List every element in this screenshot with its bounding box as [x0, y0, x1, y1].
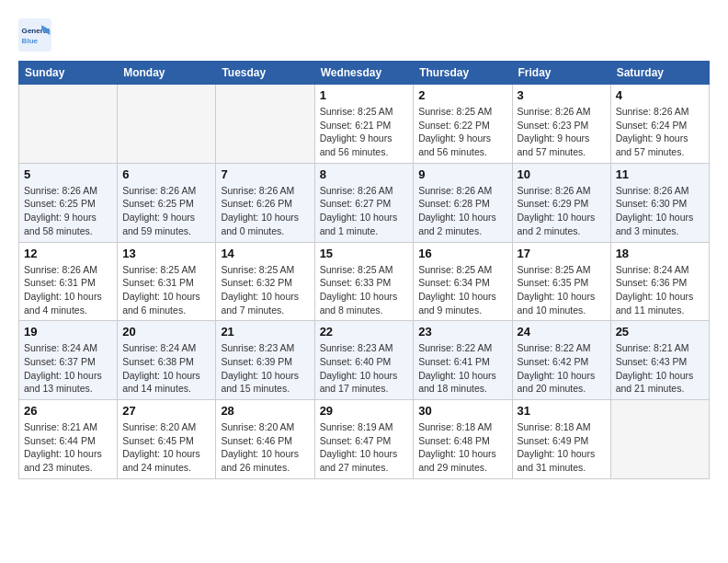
calendar-day-cell: 24Sunrise: 8:22 AM Sunset: 6:42 PM Dayli…: [512, 321, 610, 400]
calendar-day-cell: 14Sunrise: 8:25 AM Sunset: 6:32 PM Dayli…: [216, 242, 314, 321]
day-info: Sunrise: 8:26 AM Sunset: 6:25 PM Dayligh…: [122, 184, 210, 238]
day-info: Sunrise: 8:24 AM Sunset: 6:36 PM Dayligh…: [616, 263, 704, 317]
day-number: 4: [616, 88, 704, 102]
calendar-week-row: 5Sunrise: 8:26 AM Sunset: 6:25 PM Daylig…: [19, 163, 710, 242]
day-number: 12: [24, 247, 112, 260]
day-info: Sunrise: 8:26 AM Sunset: 6:29 PM Dayligh…: [518, 184, 606, 238]
day-number: 21: [221, 325, 309, 339]
calendar-day-cell: [216, 85, 314, 164]
calendar-week-row: 26Sunrise: 8:21 AM Sunset: 6:44 PM Dayli…: [19, 400, 710, 479]
day-info: Sunrise: 8:21 AM Sunset: 6:43 PM Dayligh…: [616, 341, 704, 396]
calendar-day-cell: 22Sunrise: 8:23 AM Sunset: 6:40 PM Dayli…: [314, 321, 414, 400]
calendar-day-cell: 30Sunrise: 8:18 AM Sunset: 6:48 PM Dayli…: [414, 400, 512, 479]
day-info: Sunrise: 8:25 AM Sunset: 6:33 PM Dayligh…: [320, 263, 409, 317]
day-info: Sunrise: 8:20 AM Sunset: 6:45 PM Dayligh…: [122, 420, 210, 475]
day-number: 23: [418, 325, 506, 339]
day-info: Sunrise: 8:21 AM Sunset: 6:44 PM Dayligh…: [24, 420, 112, 475]
day-info: Sunrise: 8:24 AM Sunset: 6:38 PM Dayligh…: [122, 341, 210, 396]
calendar-day-cell: 26Sunrise: 8:21 AM Sunset: 6:44 PM Dayli…: [19, 400, 118, 479]
calendar-day-cell: 3Sunrise: 8:26 AM Sunset: 6:23 PM Daylig…: [512, 85, 610, 164]
day-number: 22: [320, 325, 409, 339]
weekday-header: Friday: [512, 62, 610, 85]
day-number: 16: [418, 247, 506, 260]
calendar-day-cell: 25Sunrise: 8:21 AM Sunset: 6:43 PM Dayli…: [610, 321, 709, 400]
day-info: Sunrise: 8:23 AM Sunset: 6:39 PM Dayligh…: [221, 341, 309, 396]
calendar-day-cell: 28Sunrise: 8:20 AM Sunset: 6:46 PM Dayli…: [216, 400, 314, 479]
calendar-day-cell: [118, 85, 216, 164]
calendar-day-cell: 5Sunrise: 8:26 AM Sunset: 6:25 PM Daylig…: [19, 163, 118, 242]
calendar-day-cell: 1Sunrise: 8:25 AM Sunset: 6:21 PM Daylig…: [314, 85, 414, 164]
svg-text:Blue: Blue: [22, 37, 39, 45]
weekday-header: Thursday: [414, 62, 512, 85]
day-info: Sunrise: 8:18 AM Sunset: 6:48 PM Dayligh…: [418, 420, 506, 475]
weekday-header: Tuesday: [216, 62, 314, 85]
day-info: Sunrise: 8:26 AM Sunset: 6:23 PM Dayligh…: [518, 105, 606, 159]
day-number: 6: [122, 167, 210, 181]
calendar-day-cell: [610, 400, 709, 479]
calendar-day-cell: 20Sunrise: 8:24 AM Sunset: 6:38 PM Dayli…: [118, 321, 216, 400]
day-info: Sunrise: 8:22 AM Sunset: 6:42 PM Dayligh…: [518, 341, 606, 396]
day-info: Sunrise: 8:26 AM Sunset: 6:30 PM Dayligh…: [616, 184, 704, 238]
calendar-day-cell: 13Sunrise: 8:25 AM Sunset: 6:31 PM Dayli…: [118, 242, 216, 321]
day-number: 10: [518, 167, 606, 181]
calendar-day-cell: 2Sunrise: 8:25 AM Sunset: 6:22 PM Daylig…: [414, 85, 512, 164]
calendar-day-cell: 10Sunrise: 8:26 AM Sunset: 6:29 PM Dayli…: [512, 163, 610, 242]
page-header: General Blue: [18, 18, 710, 52]
calendar-day-cell: [19, 85, 118, 164]
day-info: Sunrise: 8:22 AM Sunset: 6:41 PM Dayligh…: [418, 341, 506, 396]
calendar-day-cell: 9Sunrise: 8:26 AM Sunset: 6:28 PM Daylig…: [414, 163, 512, 242]
day-number: 2: [418, 88, 506, 102]
day-number: 18: [616, 247, 704, 260]
day-info: Sunrise: 8:23 AM Sunset: 6:40 PM Dayligh…: [320, 341, 409, 396]
day-info: Sunrise: 8:26 AM Sunset: 6:31 PM Dayligh…: [24, 263, 112, 317]
day-number: 25: [616, 325, 704, 339]
day-number: 9: [418, 167, 506, 181]
calendar-week-row: 19Sunrise: 8:24 AM Sunset: 6:37 PM Dayli…: [19, 321, 710, 400]
calendar-day-cell: 23Sunrise: 8:22 AM Sunset: 6:41 PM Dayli…: [414, 321, 512, 400]
calendar-day-cell: 27Sunrise: 8:20 AM Sunset: 6:45 PM Dayli…: [118, 400, 216, 479]
weekday-header: Wednesday: [314, 62, 414, 85]
day-info: Sunrise: 8:26 AM Sunset: 6:24 PM Dayligh…: [616, 105, 704, 159]
calendar-day-cell: 18Sunrise: 8:24 AM Sunset: 6:36 PM Dayli…: [610, 242, 709, 321]
day-info: Sunrise: 8:24 AM Sunset: 6:37 PM Dayligh…: [24, 341, 112, 396]
day-info: Sunrise: 8:26 AM Sunset: 6:27 PM Dayligh…: [320, 184, 409, 238]
day-info: Sunrise: 8:26 AM Sunset: 6:25 PM Dayligh…: [24, 184, 112, 238]
logo: General Blue: [18, 18, 57, 52]
calendar-day-cell: 19Sunrise: 8:24 AM Sunset: 6:37 PM Dayli…: [19, 321, 118, 400]
day-number: 11: [616, 167, 704, 181]
day-number: 20: [122, 325, 210, 339]
calendar-day-cell: 4Sunrise: 8:26 AM Sunset: 6:24 PM Daylig…: [610, 85, 709, 164]
day-number: 3: [518, 88, 606, 102]
day-number: 24: [518, 325, 606, 339]
weekday-header: Sunday: [19, 62, 118, 85]
day-number: 27: [122, 404, 210, 418]
calendar-day-cell: 7Sunrise: 8:26 AM Sunset: 6:26 PM Daylig…: [216, 163, 314, 242]
day-number: 5: [24, 167, 112, 181]
day-info: Sunrise: 8:19 AM Sunset: 6:47 PM Dayligh…: [320, 420, 409, 475]
calendar-day-cell: 16Sunrise: 8:25 AM Sunset: 6:34 PM Dayli…: [414, 242, 512, 321]
calendar-day-cell: 15Sunrise: 8:25 AM Sunset: 6:33 PM Dayli…: [314, 242, 414, 321]
weekday-header: Saturday: [610, 62, 709, 85]
day-info: Sunrise: 8:25 AM Sunset: 6:32 PM Dayligh…: [221, 263, 309, 317]
day-number: 14: [221, 247, 309, 260]
day-number: 28: [221, 404, 309, 418]
day-number: 13: [122, 247, 210, 260]
day-number: 17: [518, 247, 606, 260]
calendar-week-row: 1Sunrise: 8:25 AM Sunset: 6:21 PM Daylig…: [19, 85, 710, 164]
day-number: 31: [518, 404, 606, 418]
day-info: Sunrise: 8:25 AM Sunset: 6:35 PM Dayligh…: [518, 263, 606, 317]
day-info: Sunrise: 8:26 AM Sunset: 6:26 PM Dayligh…: [221, 184, 309, 238]
day-number: 1: [320, 88, 409, 102]
calendar-week-row: 12Sunrise: 8:26 AM Sunset: 6:31 PM Dayli…: [19, 242, 710, 321]
day-number: 19: [24, 325, 112, 339]
calendar-day-cell: 31Sunrise: 8:18 AM Sunset: 6:49 PM Dayli…: [512, 400, 610, 479]
day-info: Sunrise: 8:26 AM Sunset: 6:28 PM Dayligh…: [418, 184, 506, 238]
calendar: SundayMondayTuesdayWednesdayThursdayFrid…: [18, 61, 710, 479]
calendar-day-cell: 17Sunrise: 8:25 AM Sunset: 6:35 PM Dayli…: [512, 242, 610, 321]
logo-icon: General Blue: [18, 18, 51, 52]
calendar-day-cell: 29Sunrise: 8:19 AM Sunset: 6:47 PM Dayli…: [314, 400, 414, 479]
calendar-day-cell: 11Sunrise: 8:26 AM Sunset: 6:30 PM Dayli…: [610, 163, 709, 242]
day-number: 30: [418, 404, 506, 418]
weekday-header: Monday: [118, 62, 216, 85]
calendar-day-cell: 12Sunrise: 8:26 AM Sunset: 6:31 PM Dayli…: [19, 242, 118, 321]
